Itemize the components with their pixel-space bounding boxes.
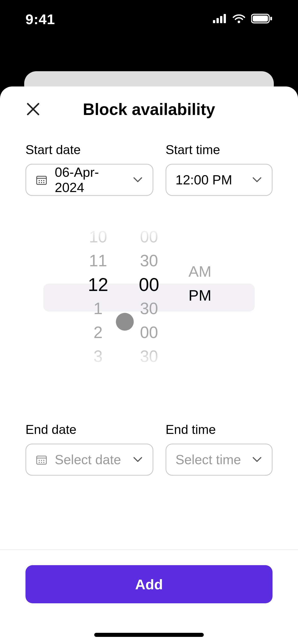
- placeholder-end-date: Select date: [55, 452, 125, 467]
- picker-item[interactable]: AM: [188, 259, 211, 283]
- picker-item[interactable]: 11: [89, 249, 107, 273]
- field-end-date: End date Select date: [25, 422, 153, 476]
- status-time: 9:41: [25, 11, 55, 27]
- wifi-icon: [232, 14, 246, 24]
- sheet-content: Start date 06-Apr-2024 Start time: [0, 132, 298, 549]
- picker-item[interactable]: 30: [140, 344, 158, 368]
- picker-item[interactable]: 30: [140, 249, 158, 273]
- svg-rect-0: [213, 20, 215, 23]
- row-start: Start date 06-Apr-2024 Start time: [25, 142, 273, 196]
- label-end-time: End time: [166, 422, 273, 437]
- svg-point-20: [39, 460, 40, 461]
- picker-col-minute[interactable]: 30 00 30 00 30 00 30: [124, 226, 174, 369]
- battery-icon: [251, 13, 273, 25]
- label-start-time: Start time: [166, 142, 273, 157]
- value-start-time: 12:00 PM: [175, 172, 244, 187]
- svg-rect-1: [216, 18, 219, 23]
- field-start-time: Start time 12:00 PM: [166, 142, 273, 196]
- svg-rect-3: [224, 14, 226, 23]
- sheet-header: Block availability: [0, 86, 298, 132]
- chevron-down-icon: [132, 174, 143, 185]
- svg-point-13: [41, 180, 42, 181]
- picker-item[interactable]: 3: [93, 344, 103, 368]
- svg-point-12: [39, 180, 40, 181]
- value-start-date: 06-Apr-2024: [55, 165, 125, 195]
- picker-columns: 9 10 11 12 1 2 3 30 00 30: [25, 226, 273, 369]
- close-button[interactable]: [23, 99, 43, 120]
- modal-sheet: Block availability Start date 06-Apr-202…: [0, 86, 298, 644]
- time-picker[interactable]: 9 10 11 12 1 2 3 30 00 30: [25, 226, 273, 369]
- close-icon: [26, 102, 40, 117]
- picker-col-ampm[interactable]: AM PM: [174, 226, 225, 369]
- phone-frame: 9:41 Block availability: [0, 0, 298, 644]
- svg-point-14: [43, 180, 45, 181]
- sheet-footer: Add: [0, 549, 298, 644]
- row-end: End date Select date End time Sel: [25, 422, 273, 476]
- picker-item[interactable]: 1: [93, 297, 103, 320]
- input-start-date[interactable]: 06-Apr-2024: [25, 164, 153, 196]
- chevron-down-icon: [251, 454, 263, 465]
- picker-item[interactable]: 00: [140, 226, 158, 249]
- picker-item[interactable]: 10: [89, 226, 107, 249]
- svg-point-21: [41, 460, 42, 461]
- svg-rect-6: [253, 16, 268, 22]
- picker-col-hour[interactable]: 9 10 11 12 1 2 3: [73, 226, 124, 369]
- svg-rect-2: [220, 16, 222, 23]
- picker-item[interactable]: 00: [140, 320, 158, 344]
- chevron-down-icon: [132, 454, 143, 465]
- calendar-icon: [35, 174, 48, 186]
- input-start-time[interactable]: 12:00 PM: [166, 164, 273, 196]
- svg-point-17: [43, 182, 45, 183]
- picker-item-selected[interactable]: PM: [188, 283, 211, 307]
- label-start-date: Start date: [25, 142, 153, 157]
- status-bar: 9:41: [0, 0, 298, 38]
- picker-item-selected[interactable]: 12: [88, 273, 108, 297]
- svg-point-24: [41, 462, 42, 463]
- field-start-date: Start date 06-Apr-2024: [25, 142, 153, 196]
- touch-indicator: [116, 313, 134, 331]
- svg-point-25: [43, 462, 45, 463]
- svg-point-4: [238, 21, 240, 23]
- sheet-title: Block availability: [83, 100, 215, 119]
- picker-item[interactable]: 30: [140, 297, 158, 320]
- label-end-date: End date: [25, 422, 153, 437]
- svg-point-15: [39, 182, 40, 183]
- chevron-down-icon: [251, 174, 263, 185]
- input-end-date[interactable]: Select date: [25, 444, 153, 476]
- home-indicator[interactable]: [94, 633, 204, 637]
- picker-item[interactable]: 2: [93, 320, 103, 344]
- picker-item-selected[interactable]: 00: [139, 273, 159, 297]
- svg-rect-7: [270, 17, 272, 20]
- cellular-icon: [213, 14, 227, 24]
- add-button[interactable]: Add: [25, 565, 273, 603]
- status-icons: [213, 13, 273, 25]
- svg-point-23: [39, 462, 40, 463]
- placeholder-end-time: Select time: [175, 452, 244, 467]
- calendar-icon: [35, 453, 48, 466]
- input-end-time[interactable]: Select time: [166, 444, 273, 476]
- svg-point-22: [43, 460, 45, 461]
- svg-point-16: [41, 182, 42, 183]
- field-end-time: End time Select time: [166, 422, 273, 476]
